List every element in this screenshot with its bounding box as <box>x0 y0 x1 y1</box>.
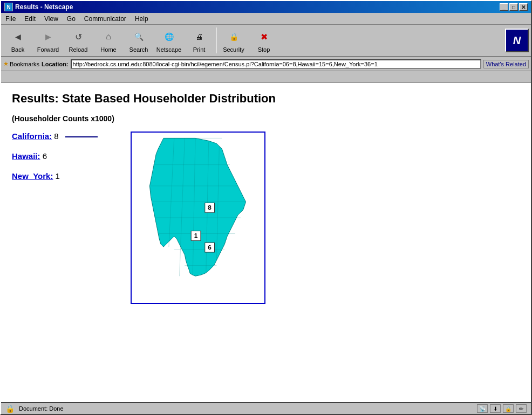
menu-edit[interactable]: Edit <box>20 14 40 24</box>
menu-bar: File Edit View Go Communicator Help <box>1 13 531 25</box>
menu-go[interactable]: Go <box>63 14 80 24</box>
status-icon-1[interactable]: 📡 <box>477 404 488 413</box>
back-label: Back <box>11 46 24 53</box>
newyork-link[interactable]: New_York: <box>12 171 53 181</box>
search-icon <box>130 28 147 45</box>
minimize-button[interactable]: _ <box>500 3 508 11</box>
title-bar: N Results - Netscape _ □ ✕ <box>1 1 531 13</box>
netscape-icon <box>160 28 178 45</box>
status-icon-2[interactable]: ⬇ <box>490 404 501 413</box>
whats-related-label: What's Related <box>486 61 526 67</box>
stop-icon <box>255 28 272 45</box>
netscape-logo: N <box>505 29 529 52</box>
home-icon <box>100 28 117 45</box>
california-value: 8 <box>54 132 58 141</box>
back-button[interactable]: Back <box>3 26 32 54</box>
bookmarks-label: Bookmarks <box>10 61 39 67</box>
state-item-california: California: 8 <box>12 132 120 141</box>
netscape-label: Netscape <box>156 46 181 53</box>
california-map: 8 1 6 <box>132 133 264 303</box>
personal-toolbar <box>1 71 531 83</box>
location-label: Location: <box>42 61 69 67</box>
browser-window: N Results - Netscape _ □ ✕ File Edit Vie… <box>0 0 532 415</box>
close-button[interactable]: ✕ <box>519 3 528 11</box>
data-layout: California: 8 Hawaii: 6 New_York: 1 <box>12 132 520 304</box>
status-icon-3[interactable]: 🔒 <box>503 404 514 413</box>
app-icon: N <box>4 3 13 11</box>
svg-text:6: 6 <box>208 244 212 251</box>
status-icon-4[interactable]: ✏ <box>516 404 527 413</box>
page-title: Results: State Based Householder Distrib… <box>12 92 520 106</box>
newyork-value: 1 <box>56 171 60 181</box>
netscape-button[interactable]: Netscape <box>154 26 183 54</box>
forward-button[interactable]: Forward <box>33 26 63 54</box>
subtitle: (Householder Counts x1000) <box>12 114 520 123</box>
reload-button[interactable]: Reload <box>64 26 93 54</box>
security-button[interactable]: Security <box>219 26 248 54</box>
back-icon <box>9 28 26 45</box>
status-text: Document: Done <box>19 405 64 412</box>
menu-help[interactable]: Help <box>131 14 153 24</box>
svg-text:1: 1 <box>194 232 198 239</box>
forward-label: Forward <box>37 46 59 53</box>
svg-text:8: 8 <box>208 204 212 211</box>
reload-label: Reload <box>69 46 88 53</box>
svg-marker-0 <box>149 138 245 276</box>
window-title: Results - Netscape <box>15 3 73 11</box>
content-area: Results: State Based Householder Distrib… <box>1 83 531 402</box>
toolbar: Back Forward Reload Home Search Netscape… <box>1 25 531 57</box>
state-item-newyork: New_York: 1 <box>12 171 120 181</box>
stop-label: Stop <box>258 46 270 53</box>
hawaii-link[interactable]: Hawaii: <box>12 151 40 161</box>
print-button[interactable]: Print <box>185 26 214 54</box>
hawaii-value: 6 <box>43 151 47 161</box>
status-bar: 🔒 Document: Done 📡 ⬇ 🔒 ✏ <box>1 402 531 414</box>
menu-communicator[interactable]: Communicator <box>80 14 131 24</box>
reload-icon <box>70 28 87 45</box>
search-button[interactable]: Search <box>124 26 153 54</box>
print-icon <box>190 28 208 45</box>
url-input[interactable] <box>71 59 481 69</box>
menu-view[interactable]: View <box>40 14 63 24</box>
security-label: Security <box>223 46 244 53</box>
state-item-hawaii: Hawaii: 6 <box>12 151 120 161</box>
bookmarks-button[interactable]: Bookmarks <box>3 60 39 67</box>
california-link[interactable]: California: <box>12 132 52 141</box>
whats-related-button[interactable]: What's Related <box>483 60 529 68</box>
location-bar: Bookmarks Location: What's Related <box>1 57 531 71</box>
security-status-icon: 🔒 <box>5 404 15 413</box>
search-label: Search <box>129 46 148 53</box>
home-button[interactable]: Home <box>94 26 123 54</box>
toolbar-separator <box>216 27 217 53</box>
print-label: Print <box>193 46 206 53</box>
bookmark-icon <box>3 60 9 67</box>
home-label: Home <box>100 46 116 53</box>
california-bar <box>65 136 98 137</box>
menu-file[interactable]: File <box>1 14 20 24</box>
forward-icon <box>39 28 57 45</box>
map-container: 8 1 6 <box>131 132 265 304</box>
security-icon <box>225 28 242 45</box>
status-icons: 📡 ⬇ 🔒 ✏ <box>477 404 527 413</box>
maximize-button[interactable]: □ <box>509 3 518 11</box>
state-list: California: 8 Hawaii: 6 New_York: 1 <box>12 132 120 191</box>
stop-button[interactable]: Stop <box>249 26 278 54</box>
